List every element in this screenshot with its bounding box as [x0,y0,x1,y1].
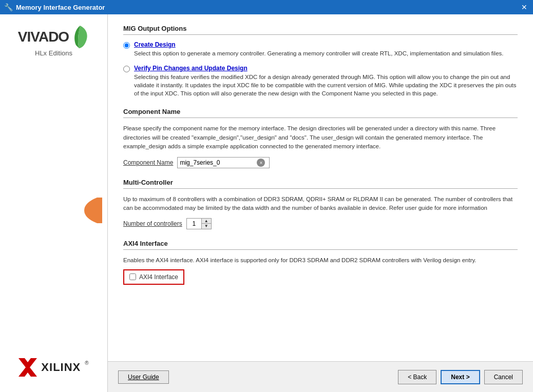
spinner-down-button[interactable]: ▼ [202,224,211,229]
multi-controller-section: Multi-Controller Up to maximum of 8 cont… [123,179,518,229]
axi4-title: AXI4 Interface [123,240,518,250]
verify-pin-option: Verify Pin Changes and Update Design Sel… [123,65,518,97]
num-controllers-spinner: ▲ ▼ [186,218,212,229]
app-icon: 🔧 [4,3,13,11]
create-design-option: Create Design Select this option to gene… [123,41,518,57]
spinner-up-button[interactable]: ▲ [202,219,211,224]
back-button[interactable]: < Back [398,370,436,384]
axi4-checkbox[interactable] [129,273,136,280]
num-controllers-row: Number of controllers ▲ ▼ [123,218,518,229]
svg-marker-0 [18,358,37,377]
cancel-button[interactable]: Cancel [484,370,523,384]
user-guide-button[interactable]: User Guide [118,370,169,384]
xilinx-brand-decoration [82,195,102,226]
create-design-label[interactable]: Create Design [134,41,518,48]
num-controllers-input[interactable] [187,220,201,228]
window-title: Memory Interface Generator [16,4,105,11]
axi4-checkbox-label: AXI4 Interface [139,273,178,281]
xilinx-logo: XILINX ® [18,358,88,377]
component-name-title: Component Name [123,108,518,118]
create-design-desc: Select this option to generate a memory … [134,49,518,57]
mig-output-options-title: MIG Output Options [123,25,518,35]
component-name-field[interactable] [180,159,257,166]
component-name-input-wrapper: × [177,157,270,168]
close-button[interactable]: ✕ [520,3,529,12]
component-name-section: Component Name Please specify the compon… [123,108,518,168]
vivado-text: VIVADO [18,29,69,45]
content-area: MIG Output Options Create Design Select … [108,14,533,392]
axi4-checkbox-box: AXI4 Interface [123,269,184,285]
component-name-label: Component Name [123,159,173,166]
hlx-text: HLx Editions [35,49,72,57]
orange-brand-icon [82,195,102,226]
multi-controller-desc: Up to maximum of 8 controllers with a co… [123,195,518,213]
mig-output-options-section: MIG Output Options Create Design Select … [123,25,518,97]
main-container: VIVADO HLx Editions XILINX ® [0,14,533,392]
axi4-section: AXI4 Interface Enables the AXI4 interfac… [123,240,518,285]
title-bar: 🔧 Memory Interface Generator ✕ [0,0,533,14]
footer-right: < Back Next > Cancel [398,370,523,384]
content-scroll[interactable]: MIG Output Options Create Design Select … [108,14,533,361]
component-name-clear-button[interactable]: × [257,159,265,167]
next-button[interactable]: Next > [441,370,480,384]
footer: User Guide < Back Next > Cancel [108,361,533,392]
verify-pin-label[interactable]: Verify Pin Changes and Update Design [134,65,518,72]
component-name-desc: Please specify the component name for th… [123,124,518,151]
component-name-row: Component Name × [123,157,518,168]
create-design-radio[interactable] [123,42,130,49]
xilinx-x-icon [18,358,37,377]
spinner-buttons: ▲ ▼ [201,219,211,229]
verify-pin-desc: Selecting this feature verifies the modi… [134,73,518,97]
vivado-logo: VIVADO HLx Editions [18,25,89,57]
verify-pin-radio[interactable] [123,66,130,72]
num-controllers-label: Number of controllers [123,220,182,227]
sidebar: VIVADO HLx Editions XILINX ® [0,14,108,392]
xilinx-text: XILINX [41,361,81,374]
registered-mark: ® [85,360,88,366]
vivado-leaf-icon [70,25,89,49]
multi-controller-title: Multi-Controller [123,179,518,189]
axi4-desc: Enables the AXI4 interface. AXI4 interfa… [123,256,518,264]
